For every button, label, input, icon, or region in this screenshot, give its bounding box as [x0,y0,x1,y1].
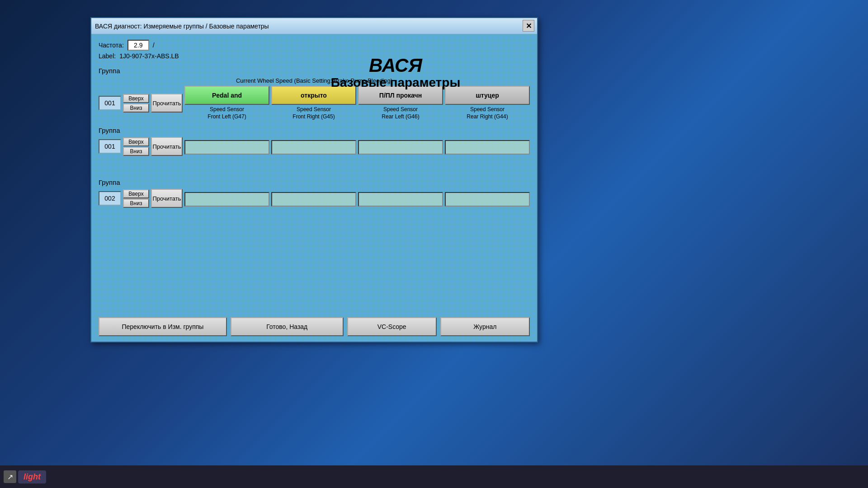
group3-sensor2-input[interactable] [271,192,356,206]
group1-number: 001 [99,96,121,110]
desktop: ВАСЯ диагност: Измеряемые группы / Базов… [0,0,868,488]
sensor3-wrap: П/ПЛ прокачн Speed Sensor Rear Left (G46… [358,86,443,120]
vcscope-button[interactable]: VC-Scope [347,317,437,336]
group3-row: 002 Вверх Вниз Прочитать [99,189,530,208]
group2-updown: Вверх Вниз [123,137,149,156]
taskbar: ↗ light [0,465,868,488]
group2-up-button[interactable]: Вверх [123,137,149,146]
sensor4-label: Speed Sensor Rear Right (G44) [467,106,508,120]
group2-down-button[interactable]: Вниз [123,147,149,156]
group2-sensor3-input[interactable] [358,140,443,155]
done-button[interactable]: Готово, Назад [231,317,344,336]
group3-up-button[interactable]: Вверх [123,189,149,198]
group3-sensor-inputs [184,190,530,206]
switch-button[interactable]: Переключить в Изм. группы [99,317,227,336]
sensor4-wrap: штуцер Speed Sensor Rear Right (G44) [445,86,530,120]
group1-row: 001 Вверх Вниз Прочитать Pedal and Speed… [99,86,530,120]
group2-number: 001 [99,139,121,154]
group3-section: Группа 002 Вверх Вниз Прочитать [99,178,530,208]
label-value: 1J0-907-37x-ABS.LB [119,52,179,60]
main-dialog: ВАСЯ диагност: Измеряемые группы / Базов… [90,17,538,343]
dialog-title: ВАСЯ диагност: Измеряемые группы / Базов… [95,23,269,30]
group3-sensor3-input[interactable] [358,192,443,206]
group3-sensor4-input[interactable] [445,192,530,206]
group3-down-button[interactable]: Вниз [123,199,149,208]
taskbar-arrow-icon: ↗ [7,473,13,481]
group2-sensor4-input[interactable] [445,140,530,155]
group3-number: 002 [99,191,121,206]
slash-separator: / [153,42,155,49]
title-bar: ВАСЯ диагност: Измеряемые группы / Базов… [91,18,537,34]
close-button[interactable]: ✕ [523,20,534,32]
sensor2-wrap: открыто Speed Sensor Front Right (G45) [271,86,356,120]
group3-header: Группа [99,178,530,186]
app-title-vasya: ВАСЯ [263,56,528,75]
group2-sensor2-input[interactable] [271,140,356,155]
group2-row: 001 Вверх Вниз Прочитать [99,137,530,156]
app-title-area: ВАСЯ Базовые параметры [263,56,528,90]
freq-label: Частота: [99,42,124,49]
freq-input[interactable] [127,40,149,51]
group3-sensor1-input[interactable] [184,192,269,206]
group2-section: Группа 001 Вверх Вниз Прочитать [99,127,530,156]
label-label: Label: [99,52,116,60]
journal-button[interactable]: Журнал [440,317,530,336]
group3-updown: Вверх Вниз [123,189,149,208]
app-title-subtitle: Базовые параметры [263,75,528,90]
sensor2-label: Speed Sensor Front Right (G45) [292,106,335,120]
taskbar-app-item[interactable]: light [18,470,46,483]
dialog-content: ВАСЯ Базовые параметры Частота: / Label:… [91,34,537,342]
group2-sensor1-input[interactable] [184,140,269,155]
group1-down-button[interactable]: Вниз [123,103,149,113]
sensor3-label: Speed Sensor Rear Left (G46) [382,106,419,120]
group1-read-button[interactable]: Прочитать [151,94,183,113]
sensor1-wrap: Pedal and Speed Sensor Front Left (G47) [184,86,269,120]
bottom-bar: Переключить в Изм. группы Готово, Назад … [99,317,530,336]
sensor1-button[interactable]: Pedal and [184,86,269,105]
group1-updown: Вверх Вниз [123,94,149,113]
taskbar-app-label: light [24,472,41,482]
group2-read-button[interactable]: Прочитать [151,137,183,156]
group2-header: Группа [99,127,530,134]
sensor1-label: Speed Sensor Front Left (G47) [208,106,246,120]
taskbar-shortcut-icon[interactable]: ↗ [4,470,16,483]
frequency-row: Частота: / [99,40,530,51]
group2-sensor-inputs [184,138,530,155]
group1-up-button[interactable]: Вверх [123,94,149,103]
group3-read-button[interactable]: Прочитать [151,189,183,208]
